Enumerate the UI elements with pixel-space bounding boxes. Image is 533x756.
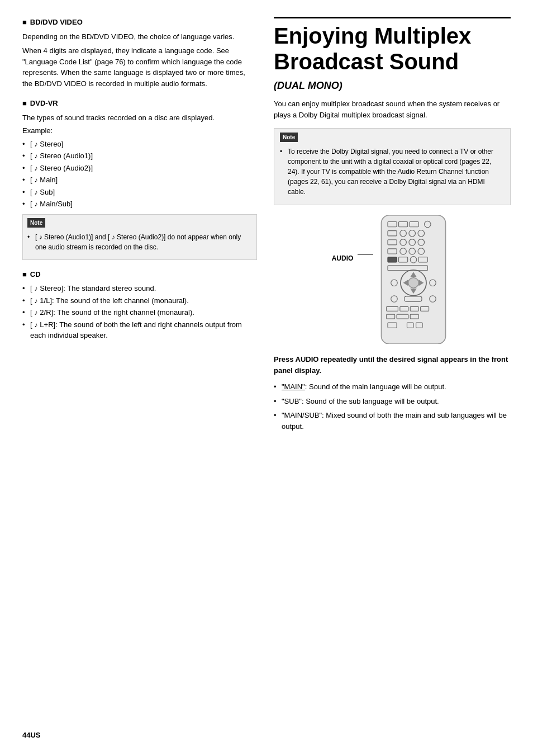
dvd-vr-bullets: [ ♪ Stereo] [ ♪ Stereo (Audio1)] [ ♪ Ste… <box>22 139 257 210</box>
cd-section: CD [ ♪ Stereo]: The standard stereo soun… <box>22 269 257 341</box>
left-column: BD/DVD VIDEO Depending on the BD/DVD VID… <box>22 17 257 739</box>
dvd-vr-section: DVD-VR The types of sound tracks recorde… <box>22 98 257 260</box>
list-item: [ ♪ Stereo] <box>22 139 257 150</box>
dvd-vr-heading: DVD-VR <box>22 98 257 109</box>
note-bullets: [ ♪ Stereo (Audio1)] and [ ♪ Stereo (Aud… <box>27 232 252 252</box>
right-note-box: Note To receive the Dolby Digital signal… <box>274 128 511 205</box>
page-title: Enjoying Multiplex Broadcast Sound <box>274 17 511 74</box>
list-item: [ ♪ Main] <box>22 174 257 186</box>
cd-bullets: [ ♪ Stereo]: The standard stereo sound. … <box>22 283 257 341</box>
page-subtitle: (DUAL MONO) <box>274 80 511 92</box>
remote-control-svg <box>374 215 453 344</box>
svg-point-24 <box>408 278 418 288</box>
list-item: [ ♪ Stereo]: The standard stereo sound. <box>22 283 257 294</box>
bd-dvd-heading: BD/DVD VIDEO <box>22 17 257 28</box>
list-item: To receive the Dolby Digital signal, you… <box>280 147 505 197</box>
note-label: Note <box>27 218 45 228</box>
audio-label: AUDIO <box>332 254 354 262</box>
list-item: "MAIN": Sound of the main language will … <box>274 381 511 393</box>
right-column: Enjoying Multiplex Broadcast Sound (DUAL… <box>274 17 511 739</box>
diagram-area: AUDIO <box>274 215 511 344</box>
right-note-label: Note <box>280 133 298 142</box>
list-item: "MAIN/SUB": Mixed sound of both the main… <box>274 410 511 432</box>
list-item: "SUB": Sound of the sub language will be… <box>274 396 511 407</box>
press-audio-heading: Press AUDIO repeatedly until the desired… <box>274 354 511 376</box>
list-item: [ ♪ Main/Sub] <box>22 199 257 210</box>
list-item: [ ♪ Sub] <box>22 187 257 198</box>
dvd-vr-example: Example: <box>22 125 257 136</box>
list-item: [ ♪ 2/R]: The sound of the right channel… <box>22 307 257 318</box>
page-number: 44US <box>22 731 41 739</box>
right-note-bullets: To receive the Dolby Digital signal, you… <box>280 147 505 197</box>
output-list: "MAIN": Sound of the main language will … <box>274 381 511 432</box>
dvd-vr-intro: The types of sound tracks recorded on a … <box>22 112 257 124</box>
intro-text: You can enjoy multiplex broadcast sound … <box>274 98 511 120</box>
cd-heading: CD <box>22 269 257 280</box>
list-item: [ ♪ Stereo (Audio1)] <box>22 150 257 162</box>
main-label: "MAIN" <box>282 382 305 391</box>
audio-line <box>358 249 374 338</box>
list-item: [ ♪ Stereo (Audio2)] <box>22 163 257 174</box>
list-item: [ ♪ L+R]: The sound of both the left and… <box>22 319 257 341</box>
svg-rect-18 <box>388 257 397 262</box>
bd-dvd-para2: When 4 digits are displayed, they indica… <box>22 45 257 89</box>
dvd-vr-note: Note [ ♪ Stereo (Audio1)] and [ ♪ Stereo… <box>22 214 257 260</box>
bd-dvd-para1: Depending on the BD/DVD VIDEO, the choic… <box>22 31 257 42</box>
list-item: [ ♪ 1/L]: The sound of the left channel … <box>22 295 257 306</box>
bd-dvd-section: BD/DVD VIDEO Depending on the BD/DVD VID… <box>22 17 257 89</box>
list-item: [ ♪ Stereo (Audio1)] and [ ♪ Stereo (Aud… <box>27 232 252 252</box>
